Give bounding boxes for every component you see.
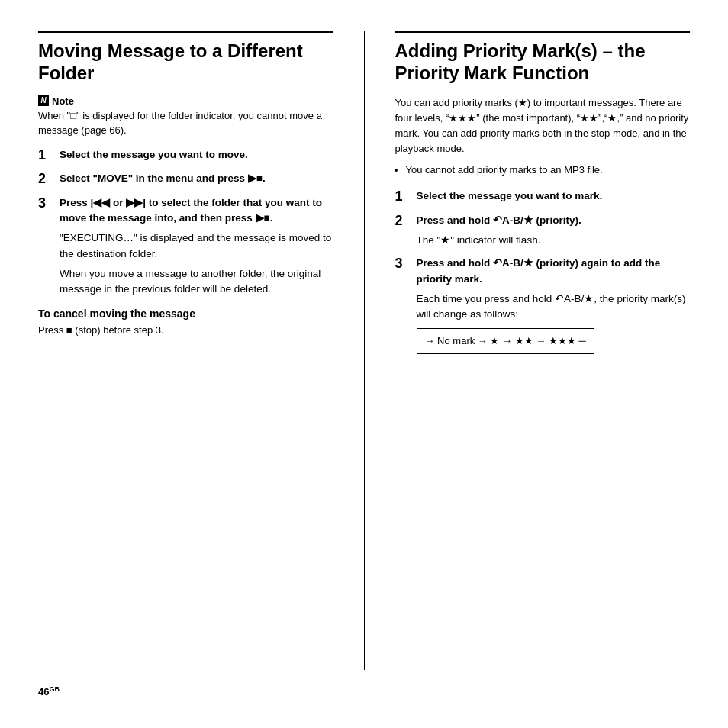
step-2-text: Select "MOVE" in the menu and press ▶■. (60, 172, 266, 184)
step-1-text: Select the message you want to move. (60, 149, 248, 160)
right-step-2-para-1: The "★" indicator will flash. (417, 233, 691, 248)
note-icon: N (38, 95, 49, 106)
step-3-text: Press |◀◀ or ▶▶| to select the folder th… (60, 197, 322, 224)
right-step-2-num: 2 (395, 213, 411, 230)
right-top-rule (395, 31, 691, 33)
left-section-title: Moving Message to a Different Folder (38, 40, 333, 85)
right-column: Adding Priority Mark(s) – the Priority M… (395, 31, 691, 670)
step-3: 3 Press |◀◀ or ▶▶| to select the folder … (38, 195, 333, 298)
right-step-2: 2 Press and hold ↶A-B/★ (priority). The … (395, 213, 691, 249)
sub-section-text: Press ■ (stop) before step 3. (38, 323, 333, 338)
step-3-num: 3 (38, 195, 53, 212)
column-divider (364, 31, 365, 670)
right-step-3-num: 3 (395, 256, 411, 272)
bullet-item-1: You cannot add priority marks to an MP3 … (406, 163, 691, 178)
step-3-para-1: "EXECUTING…" is displayed and the messag… (60, 230, 333, 262)
right-intro: You can add priority marks (★) to import… (395, 95, 691, 157)
right-step-3: 3 Press and hold ↶A-B/★ (priority) again… (395, 256, 691, 354)
note-text: When "□" is displayed for the folder ind… (38, 108, 333, 138)
right-step-1: 1 Select the message you want to mark. (395, 188, 691, 205)
step-1-content: Select the message you want to move. (60, 147, 333, 163)
right-section-title: Adding Priority Mark(s) – the Priority M… (395, 40, 691, 85)
footer: 46GB (38, 685, 690, 697)
right-step-1-text: Select the message you want to mark. (417, 190, 603, 201)
right-step-1-content: Select the message you want to mark. (417, 188, 691, 204)
page-number: 46GB (38, 685, 60, 697)
note-label: N Note (38, 95, 333, 107)
right-step-3-text: Press and hold ↶A-B/★ (priority) again t… (417, 257, 661, 284)
sub-section: To cancel moving the message Press ■ (st… (38, 304, 333, 344)
right-step-3-para-1: Each time you press and hold ↶A-B/★, the… (417, 292, 691, 323)
note-box: N Note When "□" is displayed for the fol… (38, 95, 333, 138)
left-column: Moving Message to a Different Folder N N… (38, 31, 333, 670)
step-1: 1 Select the message you want to move. (38, 147, 333, 164)
step-3-content: Press |◀◀ or ▶▶| to select the folder th… (60, 195, 333, 298)
right-step-2-content: Press and hold ↶A-B/★ (priority). The "★… (417, 213, 691, 249)
step-2: 2 Select "MOVE" in the menu and press ▶■… (38, 171, 333, 188)
step-1-num: 1 (38, 147, 53, 164)
right-step-3-content: Press and hold ↶A-B/★ (priority) again t… (417, 256, 691, 354)
bullet-list: You cannot add priority marks to an MP3 … (406, 163, 691, 181)
right-step-2-text: Press and hold ↶A-B/★ (priority). (417, 214, 581, 226)
sub-section-heading: To cancel moving the message (38, 308, 333, 320)
step-2-num: 2 (38, 171, 53, 188)
right-step-1-num: 1 (395, 188, 411, 205)
page: Moving Message to a Different Folder N N… (0, 0, 728, 728)
step-3-para-2: When you move a message to another folde… (60, 266, 333, 298)
step-2-content: Select "MOVE" in the menu and press ▶■. (60, 171, 333, 186)
priority-diagram: → No mark → ★ → ★★ → ★★★ ─ (417, 328, 594, 354)
left-top-rule (38, 31, 333, 33)
